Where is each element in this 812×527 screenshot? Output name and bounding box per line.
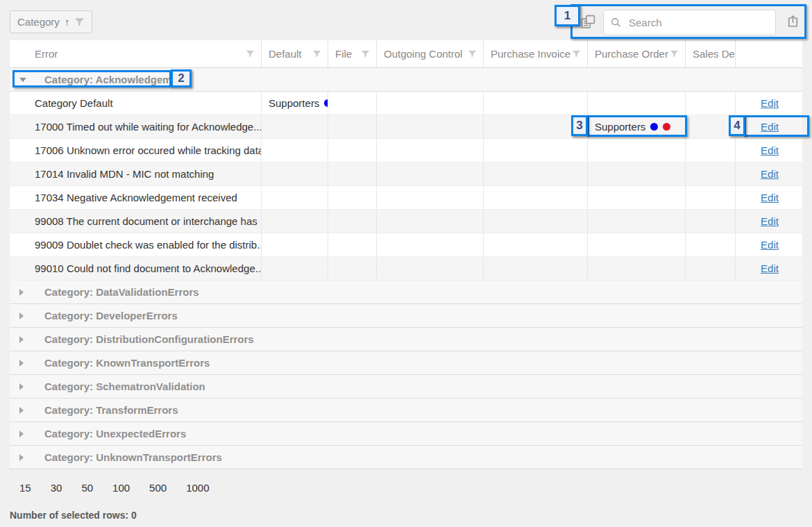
column-header-purchase_invoice[interactable]: Purchase Invoice [484, 40, 588, 67]
purchase_invoice-cell [484, 257, 588, 280]
default-cell [262, 233, 328, 256]
purchase_order-cell [588, 233, 686, 256]
expand-icon[interactable] [19, 430, 24, 437]
column-header-label: Purchase Order [595, 48, 668, 60]
group-row[interactable]: Category: TransformErrors [10, 399, 802, 422]
sales_despatch-cell [686, 139, 736, 162]
error-cell: 99009 Doublet check was enabled for the … [10, 233, 262, 256]
column-header-label: Purchase Invoice [491, 48, 570, 60]
group-row[interactable]: Category: DataValidationErrors [10, 281, 802, 304]
group-chip-label: Category [17, 16, 60, 28]
filter-icon[interactable] [468, 49, 477, 58]
edit-link[interactable]: Edit [761, 239, 779, 251]
sort-ascending-icon: ↑ [65, 16, 70, 28]
edit-link[interactable]: Edit [761, 168, 779, 180]
group-label: Category: DistributionConfigurationError… [44, 333, 254, 345]
group-row[interactable]: Category: KnownTransportErrors [10, 351, 802, 375]
group-row[interactable]: Category: UnexpectedErrors [10, 422, 802, 446]
collapse-icon[interactable] [19, 78, 26, 82]
actions-cell: Edit [736, 162, 802, 185]
filter-icon[interactable] [312, 49, 321, 58]
page-size-1000[interactable]: 1000 [186, 482, 209, 494]
table-row[interactable]: 17034 Negative Acknowledgement receivedE… [10, 186, 802, 210]
group-label: Category: UnknownTransportErrors [44, 451, 222, 463]
file-cell [328, 92, 377, 115]
column-header-error[interactable]: Error [10, 40, 262, 67]
group-row[interactable]: Category: SchematronValidation [10, 375, 802, 399]
table-row[interactable]: 99009 Doublet check was enabled for the … [10, 233, 802, 257]
sales_despatch-cell [686, 115, 736, 138]
selected-rows-status: Number of selected rows: 0 [10, 510, 137, 521]
purchase_invoice-cell [484, 92, 588, 115]
purchase_order-cell: Supporters [588, 115, 686, 138]
expand-icon[interactable] [19, 454, 24, 461]
default-cell [262, 139, 328, 162]
outgoing_control-cell [377, 210, 484, 233]
actions-cell: Edit [736, 92, 802, 115]
filter-icon[interactable] [74, 17, 85, 27]
error-cell: 17034 Negative Acknowledgement received [10, 186, 262, 209]
file-cell [328, 257, 377, 280]
expand-icon[interactable] [19, 407, 24, 414]
expand-icon[interactable] [19, 289, 24, 296]
sales_despatch-cell [686, 92, 736, 115]
export-button[interactable] [782, 12, 803, 31]
file-cell [328, 139, 377, 162]
purchase_invoice-cell [484, 233, 588, 256]
filter-icon[interactable] [361, 49, 370, 58]
purchase_invoice-cell [484, 162, 588, 185]
group-label: Category: KnownTransportErrors [44, 357, 210, 369]
purchase_order-cell [588, 210, 686, 233]
column-chooser-button[interactable] [577, 12, 598, 31]
default-cell [262, 210, 328, 233]
column-header-purchase_order[interactable]: Purchase Order [588, 40, 686, 67]
column-header-label: Default [269, 48, 302, 60]
group-row[interactable]: Category: DeveloperErrors [10, 304, 802, 328]
edit-link[interactable]: Edit [761, 262, 779, 274]
table-row[interactable]: 17006 Unknown error occured while tracki… [10, 139, 802, 162]
expand-icon[interactable] [19, 312, 24, 319]
file-cell [328, 186, 377, 209]
filter-icon[interactable] [670, 49, 679, 58]
table-row[interactable]: 99010 Could not find document to Acknowl… [10, 257, 802, 281]
grid-header: ErrorDefaultFileOutgoing ControlPurchase… [10, 40, 802, 68]
page-size-500[interactable]: 500 [149, 482, 167, 494]
group-label: Category: DataValidationErrors [44, 286, 199, 298]
default-cell: Supporters [262, 92, 328, 115]
filter-icon[interactable] [572, 49, 581, 58]
expand-icon[interactable] [19, 336, 24, 343]
purchase_order-cell [588, 186, 686, 209]
table-row[interactable]: Category DefaultSupportersEdit [10, 92, 802, 115]
page-size-50[interactable]: 50 [81, 482, 93, 494]
actions-cell: Edit [736, 233, 802, 256]
page-size-30[interactable]: 30 [51, 482, 62, 494]
edit-link[interactable]: Edit [761, 192, 779, 203]
search-input[interactable] [627, 16, 768, 29]
actions-cell: Edit [736, 186, 802, 209]
expand-icon[interactable] [19, 383, 24, 390]
purchase_invoice-cell [484, 115, 588, 138]
table-row[interactable]: 99008 The current document or interchang… [10, 210, 802, 233]
edit-link[interactable]: Edit [761, 144, 779, 156]
filter-icon[interactable] [246, 49, 255, 58]
group-by-chip-category[interactable]: Category ↑ [10, 10, 92, 33]
edit-link[interactable]: Edit [761, 97, 779, 109]
group-row[interactable]: Category: DistributionConfigurationError… [10, 328, 802, 351]
column-header-default[interactable]: Default [262, 40, 328, 67]
table-row[interactable]: 17014 Invalid MDN - MIC not matchingEdit [10, 162, 802, 186]
sales_despatch-cell [686, 162, 736, 185]
purchase_order-cell [588, 92, 686, 115]
page-size-15[interactable]: 15 [19, 482, 31, 494]
page-size-100[interactable]: 100 [112, 482, 130, 494]
column-header-outgoing_control[interactable]: Outgoing Control [377, 40, 484, 67]
group-row[interactable]: Category: UnknownTransportErrors [10, 446, 802, 469]
table-row[interactable]: 17000 Timed out while waiting for Acknow… [10, 115, 802, 139]
outgoing_control-cell [377, 162, 484, 185]
group-row[interactable]: Category: Acknowledgement [10, 68, 802, 92]
column-header-sales_despatch[interactable]: Sales Despa [686, 40, 736, 67]
edit-link[interactable]: Edit [761, 121, 779, 133]
expand-icon[interactable] [19, 360, 24, 367]
supporter-dot-red [663, 123, 670, 131]
edit-link[interactable]: Edit [761, 215, 779, 227]
column-header-file[interactable]: File [328, 40, 377, 67]
